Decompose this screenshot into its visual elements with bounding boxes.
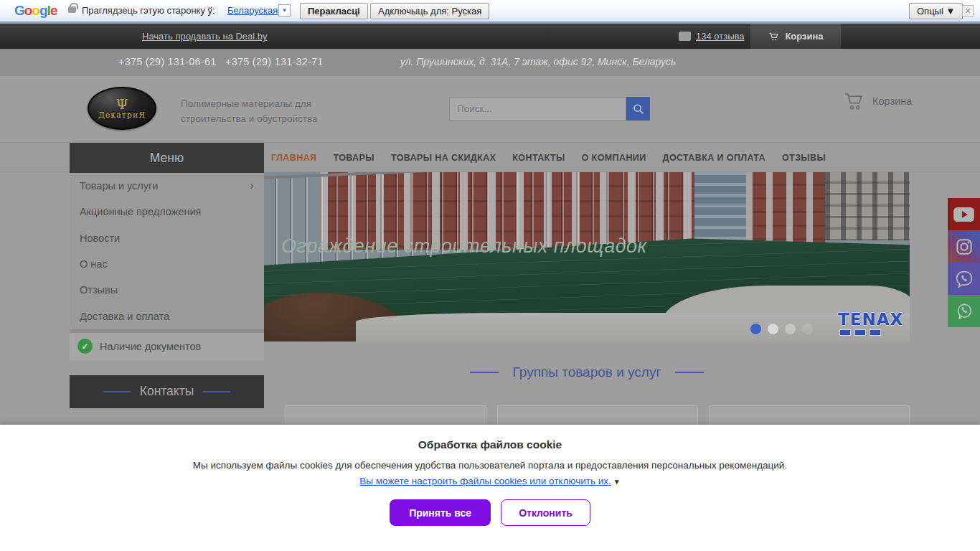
phone-numbers: +375 (29) 131-06-61 +375 (29) 131-32-71 bbox=[118, 56, 324, 67]
language-dropdown[interactable]: ▼ bbox=[278, 4, 291, 17]
search-input[interactable] bbox=[449, 97, 626, 121]
cookie-expand-arrow-icon[interactable]: ▼ bbox=[613, 478, 621, 486]
sidebar-item-reviews[interactable]: Отзывы bbox=[70, 277, 264, 303]
topbar-cart-button[interactable]: Корзина bbox=[750, 24, 841, 49]
options-button[interactable]: Опцыі ▼ bbox=[909, 3, 963, 19]
tenax-logo: TENAX bbox=[838, 310, 903, 336]
slider-dot[interactable] bbox=[768, 324, 778, 334]
nav-item-home[interactable]: ГЛАВНАЯ bbox=[271, 153, 316, 163]
close-icon[interactable]: ✕ bbox=[962, 5, 974, 17]
nav-item-discounts[interactable]: ТОВАРЫ НА СКИДКАХ bbox=[391, 153, 496, 163]
phone-1: +375 (29) 131-06-61 bbox=[118, 56, 216, 67]
reviews-link[interactable]: 134 отзыва bbox=[679, 24, 745, 49]
translate-prompt: Праглядзець гэтую старонку ў: bbox=[82, 5, 215, 16]
slider-dot[interactable] bbox=[802, 324, 813, 334]
cookie-consent-panel: Обработка файлов cookie Мы используем фа… bbox=[0, 425, 980, 551]
contact-info-bar: +375 (29) 131-06-61 +375 (29) 131-32-71 … bbox=[0, 49, 980, 76]
logo-name: ДекатриЯ bbox=[98, 110, 146, 120]
search-button[interactable] bbox=[626, 97, 650, 121]
sidebar-item-about[interactable]: О нас bbox=[70, 251, 264, 277]
check-icon: ✓ bbox=[77, 339, 93, 354]
cart-icon bbox=[842, 90, 865, 112]
translate-button[interactable]: Перакласці bbox=[300, 3, 368, 19]
sidebar-menu-title: Меню bbox=[70, 143, 264, 173]
viber-icon bbox=[953, 268, 976, 291]
sidebar-item-news[interactable]: Новости bbox=[70, 225, 264, 251]
decorative-dash bbox=[203, 391, 230, 392]
instagram-icon bbox=[953, 236, 975, 258]
company-tagline: Полимерные материалы для строительства и… bbox=[181, 97, 318, 127]
disable-translation-button[interactable]: Адключыць для: Руская bbox=[370, 3, 489, 19]
cookie-settings-link[interactable]: Вы можете настроить файлы cookies или от… bbox=[359, 476, 611, 486]
accept-all-button[interactable]: Принять все bbox=[390, 499, 491, 526]
nav-item-delivery[interactable]: ДОСТАВКА И ОПЛАТА bbox=[663, 153, 765, 163]
viber-link[interactable] bbox=[948, 263, 980, 295]
decline-button[interactable]: Отклонить bbox=[501, 499, 590, 526]
cookie-text: Мы используем файлы cookies для обеспече… bbox=[0, 460, 980, 471]
cart-icon bbox=[768, 31, 780, 42]
language-link[interactable]: Беларуская bbox=[227, 5, 278, 16]
decorative-dash bbox=[470, 372, 499, 373]
decorative-dash bbox=[675, 372, 704, 373]
nav-item-products[interactable]: ТОВАРЫ bbox=[333, 153, 374, 163]
slider-dot[interactable] bbox=[785, 324, 796, 334]
whatsapp-icon bbox=[953, 300, 976, 323]
nav-item-contacts[interactable]: КОНТАКТЫ bbox=[512, 153, 565, 163]
whatsapp-link[interactable] bbox=[948, 295, 980, 327]
logo-emblem-icon: Ψ bbox=[116, 98, 128, 110]
lock-icon bbox=[68, 6, 76, 13]
hero-caption: Ограждение строительных площадок bbox=[281, 235, 647, 258]
chat-bubble-icon bbox=[679, 32, 691, 41]
sidebar-item-promos[interactable]: Акционные предложения bbox=[70, 199, 264, 225]
slider-dots bbox=[750, 324, 813, 334]
sell-on-dealby-link[interactable]: Начать продавать на Deal.by bbox=[142, 24, 268, 49]
top-bar: Начать продавать на Deal.by 134 отзыва К… bbox=[0, 24, 980, 49]
instagram-link[interactable] bbox=[948, 230, 980, 263]
company-address: ул. Прушинских, д. 31А, 7 этаж, офис 92,… bbox=[373, 56, 703, 67]
header-cart-button[interactable]: Корзина bbox=[842, 90, 912, 112]
google-translate-bar: Google Праглядзець гэтую старонку ў: Бел… bbox=[0, 0, 980, 22]
sidebar-item-products[interactable]: Товары и услуги › bbox=[70, 173, 264, 199]
search-icon bbox=[632, 103, 645, 116]
chevron-right-icon: › bbox=[250, 179, 254, 193]
groups-heading: Группы товаров и услуг bbox=[264, 364, 910, 380]
search-area bbox=[449, 97, 650, 121]
slider-dot-active[interactable] bbox=[750, 324, 761, 334]
company-logo[interactable]: Ψ ДекатриЯ bbox=[88, 87, 156, 130]
nav-item-reviews[interactable]: ОТЗЫВЫ bbox=[782, 153, 826, 163]
documents-badge: ✓ Наличие документов bbox=[70, 333, 264, 360]
google-logo: Google bbox=[14, 3, 57, 19]
hero-slider[interactable]: Ограждение строительных площадок TENAX bbox=[264, 172, 910, 342]
sidebar-contacts-title: Контакты bbox=[70, 375, 264, 408]
phone-2: +375 (29) 131-32-71 bbox=[225, 56, 323, 67]
sidebar: Меню Товары и услуги › Акционные предлож… bbox=[70, 143, 264, 408]
nav-item-about[interactable]: О КОМПАНИИ bbox=[582, 153, 646, 163]
sidebar-item-delivery[interactable]: Доставка и оплата bbox=[70, 303, 264, 329]
site-header: Ψ ДекатриЯ Полимерные материалы для стро… bbox=[0, 76, 980, 142]
decorative-dash bbox=[103, 391, 131, 392]
cookie-title: Обработка файлов cookie bbox=[0, 438, 980, 451]
social-links bbox=[948, 198, 980, 327]
youtube-icon bbox=[952, 205, 976, 224]
youtube-link[interactable] bbox=[948, 198, 980, 230]
